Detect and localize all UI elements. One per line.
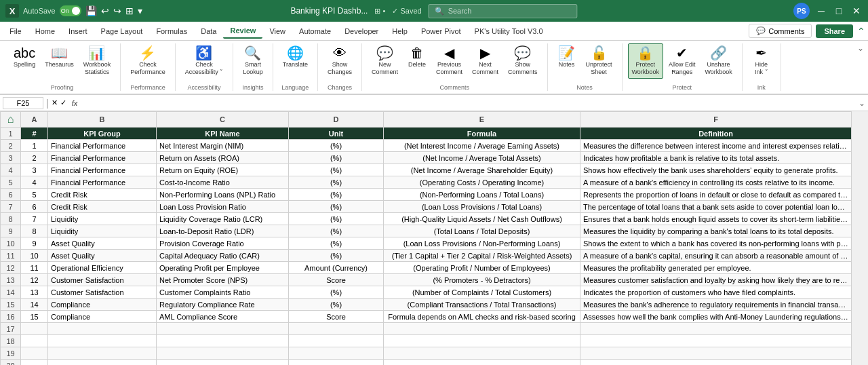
cell-group[interactable] — [48, 360, 157, 366]
row-num-cell[interactable]: 12 — [1, 262, 21, 274]
cell-group[interactable]: Financial Performance — [48, 152, 157, 164]
tab-review[interactable]: Review — [223, 24, 262, 39]
cell-definition[interactable]: A measure of a bank's efficiency in cont… — [580, 176, 852, 189]
cell-name[interactable]: Loan Loss Provision Ratio — [157, 201, 289, 213]
cell-definition[interactable]: Assesses how well the bank complies with… — [580, 311, 852, 323]
cell-unit[interactable]: (%) — [289, 189, 384, 201]
previous-comment-button[interactable]: ◀ PreviousComment — [432, 43, 467, 79]
header-name[interactable]: KPI Name — [157, 128, 289, 140]
sheet-container[interactable]: ⌂ A B C D E F 1 # KPI Group KPI Name Uni… — [0, 111, 868, 365]
cell-definition[interactable]: Measures the difference between interest… — [580, 140, 852, 152]
tab-file[interactable]: File — [3, 24, 28, 38]
more-icon[interactable]: ▾ — [138, 5, 142, 16]
cell-unit[interactable]: (%) — [289, 176, 384, 189]
cell-definition[interactable]: Indicates the proportion of customers wh… — [580, 286, 852, 299]
tab-automate[interactable]: Automate — [292, 24, 338, 38]
cell-group[interactable]: Asset Quality — [48, 237, 157, 250]
cell-unit[interactable]: Score — [289, 274, 384, 286]
cell-definition[interactable]: Measures customer satisfaction and loyal… — [580, 274, 852, 286]
cell-formula[interactable]: (Loan Loss Provisions / Total Loans) — [384, 201, 580, 213]
delete-comment-button[interactable]: 🗑 Delete — [403, 43, 431, 71]
cell-definition[interactable]: A measure of a bank's capital, ensuring … — [580, 250, 852, 262]
row-num-cell[interactable]: 15 — [1, 299, 21, 311]
cell-formula[interactable]: (Number of Complaints / Total Customers) — [384, 286, 580, 299]
cell-unit[interactable]: (%) — [289, 213, 384, 225]
row-num-cell[interactable]: 13 — [1, 274, 21, 286]
cell-group[interactable]: Liquidity — [48, 213, 157, 225]
ribbon-expand-icon[interactable]: ⌄ — [857, 43, 864, 53]
cell-hash[interactable] — [21, 335, 48, 347]
undo-icon[interactable]: ↩ — [101, 5, 109, 16]
cell-formula[interactable]: (Compliant Transactions / Total Transact… — [384, 299, 580, 311]
notes-button[interactable]: 📝 Notes — [553, 43, 580, 71]
tab-view[interactable]: View — [262, 24, 292, 38]
comments-button[interactable]: 💬 Comments — [749, 24, 812, 38]
cell-name[interactable]: Return on Assets (ROA) — [157, 152, 289, 164]
cell-definition[interactable]: Ensures that a bank holds enough liquid … — [580, 213, 852, 225]
tab-pk-utility[interactable]: PK's Utility Tool V3.0 — [468, 24, 550, 38]
cell-name[interactable] — [157, 360, 289, 366]
cell-formula[interactable] — [384, 335, 580, 347]
cell-unit[interactable]: (%) — [289, 237, 384, 250]
cell-hash[interactable]: 6 — [21, 201, 48, 213]
cell-unit[interactable]: (%) — [289, 299, 384, 311]
share-button[interactable]: Share — [816, 24, 853, 38]
check-performance-button[interactable]: ⚡ CheckPerformance — [126, 43, 170, 79]
cell-name[interactable]: Liquidity Coverage Ratio (LCR) — [157, 213, 289, 225]
cell-formula[interactable]: (Loan Loss Provisions / Non-Performing L… — [384, 237, 580, 250]
cell-name[interactable]: AML Compliance Score — [157, 311, 289, 323]
cell-name[interactable] — [157, 347, 289, 360]
cell-hash[interactable] — [21, 323, 48, 335]
redo-icon[interactable]: ↪ — [113, 5, 121, 16]
row-num-cell[interactable]: 16 — [1, 311, 21, 323]
cell-hash[interactable]: 7 — [21, 213, 48, 225]
row-num-cell[interactable]: 18 — [1, 335, 21, 347]
cell-name[interactable]: Return on Equity (ROE) — [157, 164, 289, 176]
formula-expand-icon[interactable]: ⌄ — [859, 98, 865, 108]
translate-button[interactable]: 🌐 Translate — [279, 43, 312, 71]
header-formula[interactable]: Formula — [384, 128, 580, 140]
cell-name[interactable]: Regulatory Compliance Rate — [157, 299, 289, 311]
cell-formula[interactable] — [384, 323, 580, 335]
col-e-header[interactable]: E — [384, 112, 580, 128]
cell-formula[interactable]: (% Promoters - % Detractors) — [384, 274, 580, 286]
confirm-edit-icon[interactable]: ✓ — [60, 98, 66, 107]
tab-page-layout[interactable]: Page Layout — [94, 24, 150, 38]
cell-definition[interactable] — [580, 335, 852, 347]
cell-unit[interactable]: (%) — [289, 201, 384, 213]
unprotect-sheet-button[interactable]: 🔓 UnprotectSheet — [582, 43, 616, 79]
maximize-button[interactable]: □ — [833, 5, 845, 17]
cell-unit[interactable] — [289, 347, 384, 360]
header-group[interactable]: KPI Group — [48, 128, 157, 140]
row-num-cell[interactable]: 4 — [1, 164, 21, 176]
protect-workbook-button[interactable]: 🔒 ProtectWorkbook — [628, 43, 663, 79]
cell-definition[interactable]: The percentage of total loans that a ban… — [580, 201, 852, 213]
cell-definition[interactable]: Indicates how profitable a bank is relat… — [580, 152, 852, 164]
cell-group[interactable]: Credit Risk — [48, 189, 157, 201]
tab-insert[interactable]: Insert — [62, 24, 94, 38]
col-f-header[interactable]: F — [580, 112, 852, 128]
cell-unit[interactable] — [289, 335, 384, 347]
cell-hash[interactable]: 5 — [21, 189, 48, 201]
cell-group[interactable] — [48, 323, 157, 335]
row-num-cell[interactable]: 11 — [1, 250, 21, 262]
cell-unit[interactable]: Score — [289, 311, 384, 323]
row-num-cell[interactable]: 5 — [1, 176, 21, 189]
cell-name[interactable]: Provision Coverage Ratio — [157, 237, 289, 250]
avatar[interactable]: PS — [793, 3, 810, 19]
cell-hash[interactable]: 9 — [21, 237, 48, 250]
cell-formula[interactable]: (Net Interest Income / Average Earning A… — [384, 140, 580, 152]
search-box[interactable]: 🔍 Search — [429, 4, 578, 18]
col-a-header[interactable]: A — [21, 112, 48, 128]
cell-definition[interactable] — [580, 323, 852, 335]
cell-definition[interactable]: Represents the proportion of loans in de… — [580, 189, 852, 201]
cell-reference-input[interactable]: F25 — [3, 97, 43, 109]
tab-power-pivot[interactable]: Power Pivot — [414, 24, 468, 38]
cell-group[interactable]: Asset Quality — [48, 250, 157, 262]
cell-unit[interactable]: (%) — [289, 152, 384, 164]
cell-hash[interactable]: 1 — [21, 140, 48, 152]
workbook-statistics-button[interactable]: 📊 WorkbookStatistics — [79, 43, 115, 79]
tab-formulas[interactable]: Formulas — [149, 24, 194, 38]
cell-definition[interactable]: Measures the liquidity by comparing a ba… — [580, 225, 852, 237]
cell-formula[interactable]: (Non-Performing Loans / Total Loans) — [384, 189, 580, 201]
